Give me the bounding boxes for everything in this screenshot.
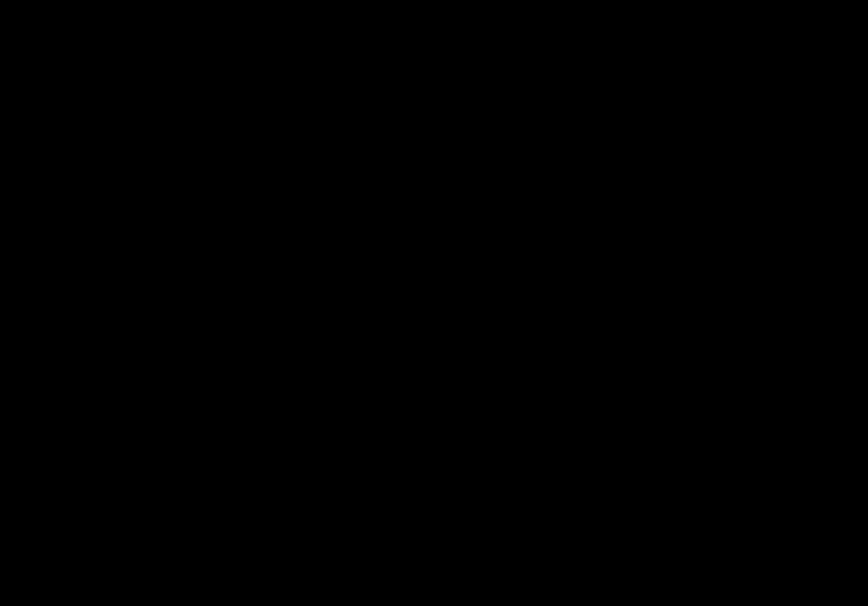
chart-canvas[interactable] — [0, 0, 868, 606]
trading-chart-window — [0, 0, 868, 606]
